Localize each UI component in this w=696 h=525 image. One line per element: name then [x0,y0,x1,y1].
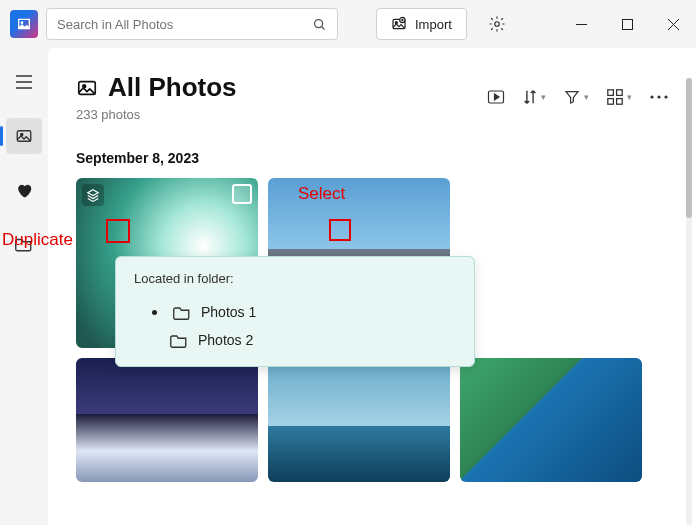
chevron-down-icon: ▾ [584,92,589,102]
svg-point-16 [650,95,653,98]
tooltip-folder-label: Photos 1 [201,304,256,320]
bullet-icon [152,310,157,315]
svg-point-0 [21,21,24,24]
page-subtitle: 233 photos [76,107,237,122]
stack-icon [86,188,100,202]
sidebar-item-all-photos[interactable] [6,118,42,154]
svg-rect-14 [608,99,614,105]
window-controls [558,0,696,48]
svg-rect-12 [608,90,614,96]
ellipsis-icon [650,95,668,99]
minimize-button[interactable] [558,0,604,48]
close-button[interactable] [650,0,696,48]
photo-icon [76,77,98,99]
folder-tooltip: Located in folder: Photos 1 Photos 2 [115,256,475,367]
import-icon [391,16,407,32]
search-box[interactable] [46,8,338,40]
svg-point-18 [664,95,667,98]
hamburger-icon [16,75,32,89]
tooltip-title: Located in folder: [134,271,456,286]
folder-icon [173,305,191,320]
filter-icon [564,89,580,105]
tooltip-folder-row: Photos 2 [134,326,456,354]
heart-icon [15,182,33,198]
settings-button[interactable] [481,8,513,40]
duplicate-badge[interactable] [82,184,104,206]
filter-button[interactable]: ▾ [564,89,589,105]
scrollbar[interactable] [686,78,692,525]
select-checkbox[interactable] [232,184,252,204]
svg-rect-15 [617,99,623,105]
view-toolbar: ▾ ▾ ▾ [487,89,668,105]
sort-button[interactable]: ▾ [523,89,546,105]
search-icon [312,17,327,32]
page-title: All Photos [108,72,237,103]
tooltip-folder-row: Photos 1 [134,298,456,326]
import-label: Import [415,17,452,32]
import-button[interactable]: Import [376,8,467,40]
more-button[interactable] [650,95,668,99]
photo-thumbnail[interactable] [460,358,642,482]
app-icon [10,10,38,38]
tooltip-folder-label: Photos 2 [198,332,253,348]
chevron-down-icon: ▾ [541,92,546,102]
maximize-button[interactable] [604,0,650,48]
svg-point-1 [315,19,323,27]
play-icon [487,89,505,105]
photo-thumbnail[interactable] [76,358,258,482]
layout-button[interactable]: ▾ [607,89,632,105]
sidebar [0,48,48,525]
folder-icon [15,236,33,252]
date-group-label: September 8, 2023 [76,150,668,166]
photo-thumbnail[interactable] [268,358,450,482]
sort-icon [523,89,537,105]
svg-point-17 [657,95,660,98]
search-input[interactable] [57,17,304,32]
slideshow-button[interactable] [487,89,505,105]
chevron-down-icon: ▾ [627,92,632,102]
svg-rect-13 [617,90,623,96]
svg-rect-6 [622,19,632,29]
hamburger-button[interactable] [6,64,42,100]
gear-icon [488,15,506,33]
photo-icon [15,127,33,145]
sidebar-item-favorites[interactable] [6,172,42,208]
svg-point-5 [495,22,500,27]
grid-icon [607,89,623,105]
titlebar: Import [0,0,696,48]
folder-icon [170,333,188,348]
sidebar-item-folders[interactable] [6,226,42,262]
